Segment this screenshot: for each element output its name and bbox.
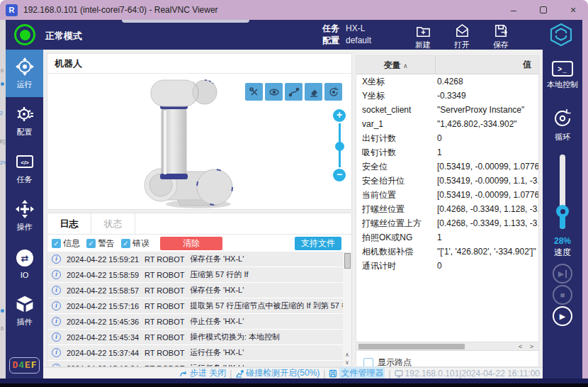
vnc-toolbar-handle[interactable] — [122, 20, 249, 23]
log-row[interactable]: i 2024-04-22 15:18:24 RT ROBOT 运行任务 'HX-… — [47, 361, 343, 366]
column-value[interactable]: 值 — [436, 59, 538, 71]
log-source: RT ROBOT — [145, 364, 190, 367]
sidebar-item-config[interactable]: 配置 — [6, 97, 43, 145]
zoom-out-button[interactable]: − — [333, 169, 346, 181]
log-scrollbar[interactable]: ∧ ∨ — [343, 252, 351, 366]
sidebar-item-io[interactable]: ⇄ IO — [6, 240, 43, 287]
variable-row[interactable]: 安全位 [0.53419, -0.00099, 1.07764, -3.1404… — [356, 159, 538, 174]
code-window-icon: </> — [15, 152, 35, 172]
variable-value: 1 — [437, 232, 538, 242]
sidebar-item-run[interactable]: 运行 — [6, 50, 43, 97]
variable-name: 通讯计时 — [362, 260, 437, 272]
hscroll-arrows[interactable]: < > — [519, 342, 536, 351]
variable-row[interactable]: 拍照OK或NG 1 — [356, 230, 538, 245]
log-message: 停止任务 'HX-L' — [190, 316, 343, 327]
log-row[interactable]: i 2024-04-22 15:58:59 RT ROBOT 压缩第 57 行的… — [47, 267, 343, 282]
log-row[interactable]: i 2024-04-22 15:45:36 RT ROBOT 停止任务 'HX-… — [47, 314, 343, 329]
save-task-label: 保存 — [493, 40, 509, 50]
file-manager-button[interactable]: 文件管理器 — [329, 367, 385, 379]
clear-log-button[interactable]: 清除 — [160, 237, 222, 250]
variable-name: var_1 — [362, 119, 437, 129]
variable-value: [0.53419, -0.00099, 1.07764, -3.14048, — [437, 162, 538, 172]
stop-button[interactable]: ■ — [553, 285, 572, 305]
variable-row[interactable]: 安全抬升位 [0.53419, -0.00099, 1.1, -3.14048,… — [356, 174, 538, 188]
variable-row[interactable]: 打螺丝位置 [0.4268, -0.3349, 1.128, -3.14159,… — [356, 202, 538, 216]
variable-row[interactable]: 打螺丝位置上方 [0.4268, -0.3349, 1.133, -3.1415… — [356, 216, 538, 230]
variable-row[interactable]: socket_client "ServerProxy Instance" — [356, 103, 538, 117]
maximize-button[interactable] — [528, 0, 558, 20]
zoom-slider-track[interactable] — [339, 123, 341, 167]
right-control-sidebar: >_ 本地控制 循环 28% 速度 ▶ ■ ▶ — [543, 50, 582, 378]
zoom-slider-handle[interactable] — [335, 142, 344, 151]
visibility-button[interactable] — [265, 83, 283, 101]
info-checkbox[interactable]: ✓ — [52, 239, 61, 248]
warning-checkbox[interactable]: ✓ — [86, 239, 96, 248]
badge-char: 4 — [18, 360, 24, 371]
variable-row[interactable]: 出钉计数 0 — [356, 131, 538, 145]
scroll-down-arrow[interactable]: ∨ — [343, 359, 351, 366]
scroll-up-arrow[interactable]: ∧ — [343, 351, 351, 359]
desktop-artifact: 0 — [1, 68, 4, 73]
log-row[interactable]: i 2024-04-22 15:59:21 RT ROBOT 保存任务 'HX-… — [47, 252, 343, 267]
tab-log[interactable]: 日志 — [47, 213, 91, 234]
file-actions: 新建 打开 保存 — [411, 23, 513, 50]
trace-button[interactable] — [285, 83, 303, 101]
screen-bottom-edge — [0, 378, 588, 383]
sidebar-item-task[interactable]: </> 任务 — [6, 145, 43, 192]
session-id-badge: D4EF — [9, 357, 40, 374]
log-list[interactable]: i 2024-04-22 15:59:21 RT ROBOT 保存任务 'HX-… — [47, 252, 351, 366]
robot-3d-view[interactable]: + − — [47, 74, 351, 209]
zoom-in-button[interactable]: + — [333, 109, 346, 122]
tools-button[interactable] — [245, 83, 263, 101]
collision-status[interactable]: 碰撞检测开启(50%) — [235, 367, 320, 379]
info-icon: i — [52, 270, 61, 279]
variable-row[interactable]: X坐标 0.4268 — [356, 74, 538, 89]
close-button[interactable]: × — [558, 0, 588, 20]
variable-name: socket_client — [362, 105, 437, 115]
desktop-artifact — [1, 82, 4, 86]
log-source: RT ROBOT — [145, 333, 190, 342]
play-button[interactable]: ▶ — [553, 306, 572, 326]
log-row[interactable]: i 2024-04-22 15:58:57 RT ROBOT 保存任务 'HX-… — [47, 283, 343, 298]
collision-icon — [235, 369, 244, 378]
speed-slider-handle[interactable] — [556, 205, 569, 218]
new-task-button[interactable]: 新建 — [411, 23, 435, 50]
minimize-button[interactable]: – — [499, 0, 528, 20]
column-variable[interactable]: 变量 ∧ — [356, 56, 436, 74]
log-row[interactable]: i 2024-04-22 15:57:16 RT ROBOT 提取第 57 行压… — [47, 298, 343, 313]
variables-panel: 变量 ∧ 值 X坐标 0.4268 Y坐标 -0.3349 socket_cli… — [356, 55, 539, 367]
info-icon: i — [52, 348, 61, 357]
variables-hscrollbar[interactable]: < > — [356, 342, 538, 351]
log-row[interactable]: i 2024-04-22 15:45:34 RT ROBOT 操作模式切换为: … — [47, 330, 343, 344]
info-icon: i — [52, 317, 61, 326]
speed-slider-track[interactable] — [560, 155, 565, 229]
variables-hscrollbar-thumb[interactable] — [358, 344, 465, 349]
variable-row[interactable]: 当前位置 [0.53419, -0.00099, 1.07764, -3.140… — [356, 188, 538, 202]
terminal-icon: >_ — [552, 61, 573, 77]
variable-row[interactable]: Y坐标 -0.3349 — [356, 89, 538, 103]
loop-item[interactable]: 循环 — [543, 108, 582, 142]
variable-row[interactable]: 吸钉计数 1 — [356, 145, 538, 159]
log-scrollbar-thumb[interactable] — [344, 253, 351, 269]
variable-row[interactable]: 相机数据补偿 "['1', '426.802', '-334.902']" — [356, 245, 538, 259]
error-checkbox[interactable]: ✓ — [121, 239, 130, 248]
step-run-button[interactable]: ▶ — [553, 264, 572, 284]
show-waypoints-checkbox[interactable] — [363, 358, 373, 368]
local-control-item[interactable]: >_ 本地控制 — [543, 61, 582, 90]
save-task-button[interactable]: 保存 — [489, 23, 513, 50]
erase-button[interactable] — [305, 83, 322, 101]
tab-status[interactable]: 状态 — [91, 213, 135, 234]
variable-value: [0.53419, -0.00099, 1.1, -3.14048, -0.00 — [437, 176, 538, 186]
open-file-icon — [454, 23, 470, 39]
open-task-button[interactable]: 打开 — [450, 23, 474, 50]
sidebar-item-plugin[interactable]: 插件 — [6, 287, 43, 335]
play-icon: ▶ — [560, 312, 565, 321]
variable-row[interactable]: var_1 "1,426.802,-334.902" — [356, 117, 538, 131]
support-files-button[interactable]: 支持文件 — [295, 237, 341, 250]
sidebar-item-operate[interactable]: 操作 — [6, 192, 43, 240]
reset-view-button[interactable] — [324, 83, 342, 101]
log-row[interactable]: i 2024-04-22 15:37:44 RT ROBOT 运行任务 'HX-… — [47, 345, 343, 360]
step-mode-status[interactable]: 步进 关闭 — [179, 367, 226, 379]
variable-row[interactable]: 通讯计时 0 — [356, 259, 538, 273]
variable-value: [0.4268, -0.3349, 1.133, -3.14159, 0, -1 — [437, 218, 538, 228]
